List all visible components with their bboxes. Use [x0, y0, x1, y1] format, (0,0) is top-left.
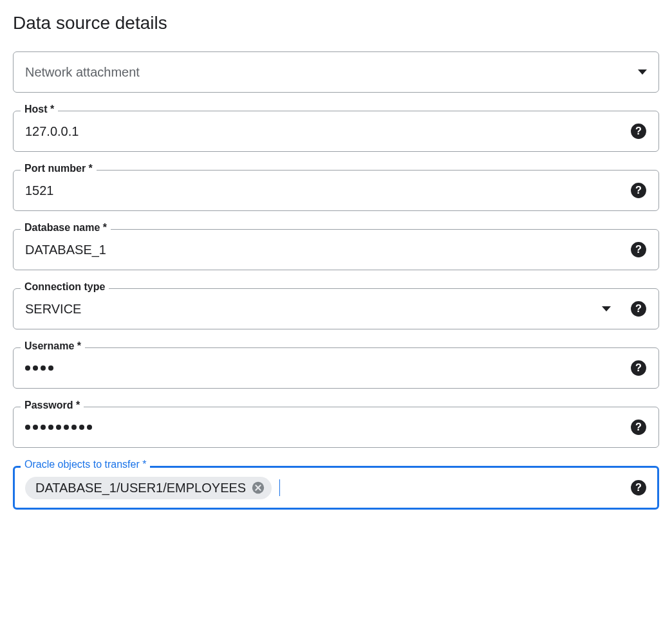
svg-text:?: ?	[635, 125, 642, 136]
password-field-container: ?	[13, 407, 659, 448]
host-field-wrapper: Host * ?	[13, 111, 659, 152]
svg-text:?: ?	[635, 184, 642, 196]
username-input[interactable]	[25, 365, 622, 371]
connection-type-value: SERVICE	[25, 302, 594, 317]
help-icon[interactable]: ?	[630, 241, 647, 258]
help-icon[interactable]: ?	[630, 360, 647, 376]
oracle-objects-input[interactable]: DATABASE_1/USER1/EMPLOYEES	[25, 477, 622, 499]
host-field-container: ?	[13, 111, 659, 152]
oracle-objects-label: Oracle objects to transfer *	[21, 459, 150, 470]
connection-type-label: Connection type	[21, 281, 109, 293]
username-field-container: ?	[13, 347, 659, 389]
connection-type-field-wrapper: Connection type SERVICE ?	[13, 288, 659, 329]
help-icon[interactable]: ?	[630, 123, 647, 140]
help-icon[interactable]: ?	[630, 182, 647, 199]
oracle-objects-field-wrapper: Oracle objects to transfer * DATABASE_1/…	[13, 466, 659, 510]
svg-text:?: ?	[635, 421, 642, 432]
help-icon[interactable]: ?	[630, 300, 647, 317]
database-input[interactable]	[25, 243, 622, 257]
database-label: Database name *	[21, 222, 111, 234]
network-attachment-placeholder: Network attachment	[25, 65, 630, 80]
oracle-objects-field-container: DATABASE_1/USER1/EMPLOYEES ?	[13, 466, 659, 510]
host-label: Host *	[21, 104, 58, 115]
port-label: Port number *	[21, 163, 97, 174]
svg-text:?: ?	[635, 243, 642, 255]
port-field-container: ?	[13, 170, 659, 211]
close-icon[interactable]	[251, 481, 265, 495]
host-input[interactable]	[25, 124, 622, 139]
port-input[interactable]	[25, 183, 622, 198]
network-attachment-select[interactable]: Network attachment	[13, 51, 659, 93]
connection-type-select[interactable]: SERVICE ?	[13, 288, 659, 329]
username-field-wrapper: Username * ?	[13, 347, 659, 389]
help-icon[interactable]: ?	[630, 479, 647, 496]
password-input[interactable]	[25, 425, 622, 430]
password-field-wrapper: Password * ?	[13, 407, 659, 448]
database-field-container: ?	[13, 229, 659, 270]
page-title: Data source details	[13, 13, 659, 33]
database-field-wrapper: Database name * ?	[13, 229, 659, 270]
oracle-objects-chip-text: DATABASE_1/USER1/EMPLOYEES	[35, 481, 246, 495]
text-cursor	[279, 479, 280, 496]
chevron-down-icon	[638, 69, 647, 75]
svg-text:?: ?	[635, 302, 642, 314]
password-label: Password *	[21, 400, 84, 411]
chevron-down-icon	[602, 306, 611, 311]
oracle-objects-chip: DATABASE_1/USER1/EMPLOYEES	[25, 477, 272, 499]
svg-text:?: ?	[635, 481, 642, 493]
svg-text:?: ?	[635, 362, 642, 373]
help-icon[interactable]: ?	[630, 419, 647, 436]
port-field-wrapper: Port number * ?	[13, 170, 659, 211]
network-attachment-field-wrapper: Network attachment	[13, 51, 659, 93]
username-label: Username *	[21, 340, 85, 352]
